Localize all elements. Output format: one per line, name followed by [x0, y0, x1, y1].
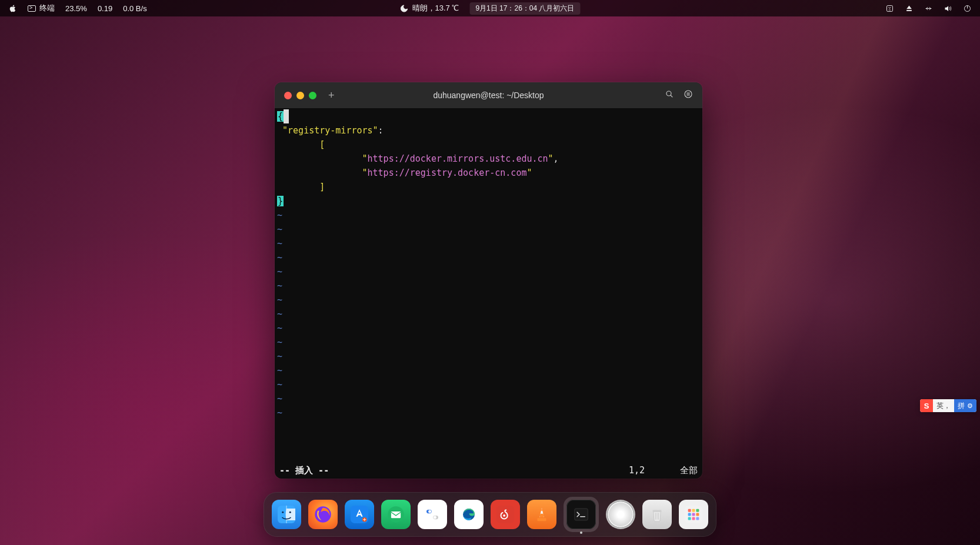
- input-source-icon[interactable]: [885, 4, 894, 13]
- terminal-window: + duhuangwen@test: ~/Desktop { "registry…: [275, 82, 702, 479]
- svg-rect-34: [688, 509, 691, 512]
- vim-tilde: ~: [275, 392, 702, 406]
- dock-terminal-active-wrap: [564, 497, 599, 532]
- vim-tilde: ~: [275, 406, 702, 420]
- svg-point-12: [289, 511, 291, 513]
- svg-rect-36: [696, 509, 699, 512]
- dock-terminal[interactable]: [566, 500, 596, 529]
- svg-rect-25: [496, 506, 514, 523]
- svg-point-4: [666, 91, 671, 96]
- vim-tilde: ~: [275, 321, 702, 335]
- svg-rect-42: [696, 517, 699, 520]
- network-speed: 0.0 B/s: [123, 4, 146, 13]
- svg-rect-1: [906, 10, 912, 11]
- brace-close: }: [277, 196, 284, 206]
- dock-launchpad[interactable]: [679, 500, 708, 529]
- svg-rect-39: [696, 513, 699, 516]
- svg-rect-41: [692, 517, 695, 520]
- search-icon[interactable]: [665, 89, 674, 101]
- terminal-icon: [28, 5, 36, 12]
- gear-icon[interactable]: ⚙: [967, 402, 973, 410]
- ime-logo: S: [920, 399, 933, 412]
- vim-statusbar: -- 插入 -- 1,2 全部: [275, 463, 702, 477]
- scroll-percent: 全部: [680, 463, 698, 477]
- traffic-lights: [284, 92, 316, 99]
- ime-mode: 拼: [958, 401, 965, 411]
- window-title: duhuangwen@test: ~/Desktop: [433, 91, 544, 100]
- mirror-url-0: https://docker.mirrors.ustc.edu.cn: [368, 153, 548, 164]
- vim-tilde: ~: [275, 208, 702, 222]
- svg-rect-29: [653, 510, 662, 512]
- dock-trash[interactable]: [642, 500, 672, 529]
- vim-mode: -- 插入 --: [279, 463, 329, 477]
- moon-icon: [400, 4, 409, 13]
- active-app-name: 终端: [39, 3, 55, 14]
- vim-tilde: ~: [275, 349, 702, 363]
- svg-point-26: [503, 514, 505, 517]
- weather-widget[interactable]: 晴朗，13.7 ℃: [400, 3, 459, 14]
- dock-settings[interactable]: [418, 500, 447, 529]
- active-app-indicator[interactable]: 终端: [28, 3, 55, 14]
- window-titlebar[interactable]: + duhuangwen@test: ~/Desktop: [275, 82, 702, 108]
- vim-tilde: ~: [275, 363, 702, 377]
- text-cursor: [284, 109, 289, 123]
- ime-sep: ，: [944, 402, 951, 410]
- volume-icon[interactable]: [944, 4, 952, 13]
- vim-tilde: ~: [275, 279, 702, 293]
- ime-indicator[interactable]: S 英， 拼 ⚙: [920, 399, 976, 412]
- vim-tilde: ~: [275, 307, 702, 321]
- datetime-pill[interactable]: 9月1日 17：26：04 八月初六日: [469, 2, 580, 15]
- svg-line-5: [671, 95, 672, 97]
- dock-disc[interactable]: [606, 500, 635, 529]
- vim-tilde: ~: [275, 377, 702, 392]
- vim-tilde: ~: [275, 335, 702, 349]
- load-average: 0.19: [98, 4, 112, 13]
- svg-rect-37: [688, 513, 691, 516]
- ime-lang: 英: [936, 402, 944, 410]
- svg-rect-28: [575, 509, 588, 520]
- dock-finder[interactable]: [272, 500, 301, 529]
- brace-open: {: [277, 111, 284, 122]
- eject-icon[interactable]: [905, 4, 914, 13]
- terminal-body[interactable]: { "registry-mirrors": [ "https://docker.…: [275, 108, 702, 479]
- svg-rect-17: [391, 511, 401, 518]
- svg-rect-35: [692, 509, 695, 512]
- svg-rect-27: [538, 518, 546, 521]
- sync-icon[interactable]: [924, 4, 933, 13]
- mirror-url-1: https://registry.docker-cn.com: [368, 168, 527, 178]
- svg-point-11: [282, 511, 284, 513]
- cursor-position: 1,2: [629, 463, 645, 477]
- new-tab-button[interactable]: +: [328, 89, 335, 102]
- svg-rect-18: [424, 506, 441, 523]
- svg-point-22: [434, 516, 436, 519]
- svg-rect-40: [688, 517, 691, 520]
- json-key: registry-mirrors: [288, 125, 373, 136]
- dock: [264, 492, 716, 537]
- svg-rect-38: [692, 513, 695, 516]
- minimize-button[interactable]: [296, 92, 304, 99]
- vim-tilde: ~: [275, 293, 702, 307]
- cpu-percent: 23.5%: [65, 4, 87, 13]
- apple-menu-icon[interactable]: [8, 4, 17, 13]
- close-button[interactable]: [284, 92, 292, 99]
- dock-edge[interactable]: [454, 500, 484, 529]
- power-icon[interactable]: [963, 4, 972, 13]
- vim-tilde: ~: [275, 222, 702, 236]
- dock-appstore[interactable]: [345, 500, 374, 529]
- vim-tilde: ~: [275, 265, 702, 279]
- dock-firefox[interactable]: [308, 500, 338, 529]
- maximize-button[interactable]: [309, 92, 316, 99]
- dock-vlc[interactable]: [527, 500, 556, 529]
- svg-point-20: [428, 510, 431, 513]
- weather-text: 晴朗，13.7 ℃: [412, 3, 459, 14]
- dock-mail[interactable]: [381, 500, 411, 529]
- dock-netease-music[interactable]: [491, 500, 520, 529]
- menu-icon[interactable]: [684, 89, 693, 101]
- menubar: 终端 23.5% 0.19 0.0 B/s 晴朗，13.7 ℃ 9月1日 17：…: [0, 0, 980, 16]
- vim-tilde: ~: [275, 250, 702, 265]
- vim-tilde: ~: [275, 236, 702, 250]
